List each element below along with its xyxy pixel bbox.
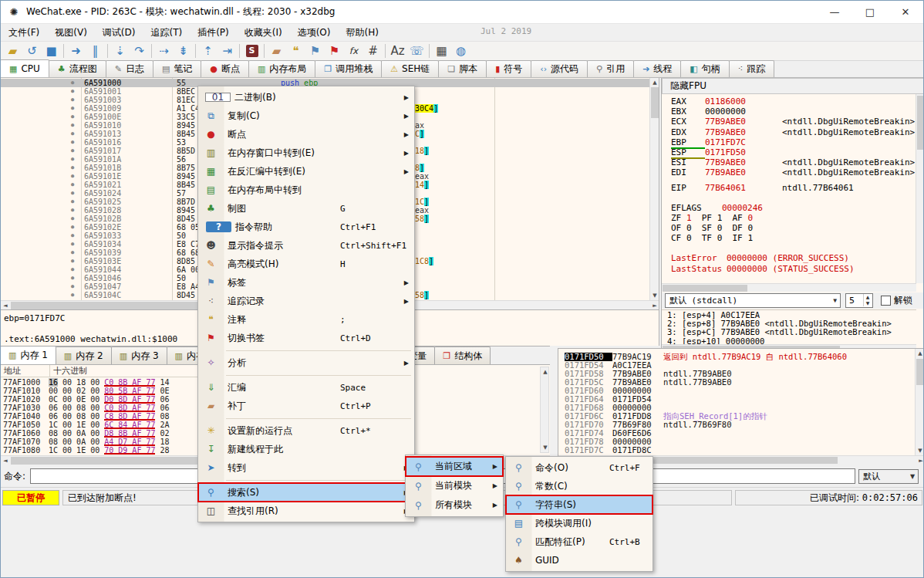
menu-item[interactable]: ⚑ 切换书签 Ctrl+D <box>198 329 414 347</box>
types-icon[interactable]: # <box>363 42 383 59</box>
close-button[interactable]: ✕ <box>888 1 923 23</box>
breakpoint-dot-icon[interactable]: ● <box>71 223 74 232</box>
flags-row[interactable]: CF 0 TF 0 IF 1 <box>671 233 916 243</box>
breakpoint-dot-icon[interactable]: ● <box>71 232 74 240</box>
menu-item[interactable]: ▰ 补丁 Ctrl+P <box>198 397 414 415</box>
breakpoint-dot-icon[interactable]: ● <box>71 189 74 198</box>
lasterror-row[interactable]: LastError00000000 (ERROR_SUCCESS) <box>671 253 916 263</box>
scroll-right-icon[interactable]: ► <box>650 301 659 309</box>
calling-convention-select[interactable]: 默认 (stdcall) ▼ <box>665 293 841 308</box>
menu-item[interactable]: ⚲ 匹配特征(P) Ctrl+B <box>506 532 653 551</box>
menu-item[interactable]: ➤ 转到 ▶ <box>198 458 414 477</box>
breakpoint-dot-icon[interactable]: ● <box>71 215 74 223</box>
view-tab[interactable]: ⚲ 引用 <box>587 60 634 77</box>
open-file-icon[interactable]: ▰ <box>3 42 22 59</box>
dump-row[interactable]: 77AF1060 08 00 0A 00 D8 8B AF 77 02 <box>1 429 170 438</box>
menubar-item[interactable]: 选项(O) <box>290 25 339 41</box>
menu-item[interactable] <box>198 372 414 378</box>
view-tab[interactable]: ● 断点 <box>201 60 249 77</box>
menu-item[interactable]: 01 二进制(B) ▶ <box>198 88 414 106</box>
view-tab[interactable]: ▮ 符号 <box>486 60 531 77</box>
menu-item[interactable]: ⚑ 标签 ▶ <box>198 273 414 292</box>
menu-item[interactable]: ⁖ 追踪记录 ▶ <box>198 292 414 310</box>
call-arguments-list[interactable]: 1: [esp+4] A0C17EEA2: [esp+8] 77B9ABE0 <… <box>662 309 916 344</box>
view-tab[interactable]: ➔ 线程 <box>633 60 681 77</box>
menu-item[interactable]: ⚲ 常数(C) <box>506 477 653 495</box>
view-tab[interactable]: ‹› 源代码 <box>531 60 588 77</box>
bottom-tab[interactable]: ▥ 内存 1 <box>0 346 56 364</box>
functions-icon[interactable]: fx <box>344 42 363 59</box>
menu-item[interactable]: ❝ 注释 ; <box>198 310 414 329</box>
breakpoint-dot-icon[interactable]: ● <box>71 164 74 172</box>
scroll-left-icon[interactable]: ◄ <box>1 456 10 465</box>
flags-row[interactable]: OF 0 SF 0 DF 0 <box>671 223 916 233</box>
dump-row[interactable]: 77AF1080 1C 00 1E 00 70 D9 AF 77 28 <box>1 446 170 455</box>
scroll-down-icon[interactable]: ▼ <box>541 443 550 452</box>
settings-shortcuts-icon[interactable]: S <box>242 42 261 59</box>
register-row[interactable]: EDX77B9ABE0<ntdll.DbgUiRemoteBreakin> <box>671 127 916 137</box>
scroll-left-icon[interactable]: ◄ <box>1 301 10 309</box>
breakpoint-dot-icon[interactable]: ● <box>71 291 74 299</box>
breakpoint-dot-icon[interactable]: ● <box>71 104 74 113</box>
register-row[interactable]: ECX77B9ABE0<ntdll.DbgUiRemoteBreakin> <box>671 117 916 127</box>
run-to-user-code-icon[interactable]: ⇢ <box>154 42 174 59</box>
breakpoint-dot-icon[interactable]: ● <box>71 206 74 215</box>
breakpoint-dot-icon[interactable]: ● <box>71 155 74 164</box>
unlock-checkbox[interactable] <box>881 296 891 306</box>
breakpoint-dot-icon[interactable]: ● <box>71 79 74 87</box>
menu-item[interactable]: ⚲ 当前模块 ▶ <box>406 476 503 495</box>
register-row[interactable]: EDI77B9ABE0<ntdll.DbgUiRemoteBreakin> <box>671 167 916 177</box>
scroll-right-icon[interactable]: ► <box>916 456 924 464</box>
registers-hscrollbar[interactable] <box>662 283 916 292</box>
menu-item[interactable]: ● 断点 ▶ <box>198 125 414 144</box>
breakpoint-dot-icon[interactable]: ● <box>71 248 74 257</box>
menu-item[interactable]: ⚲ 当前区域 ▶ <box>406 457 503 476</box>
disasm-vscrollbar[interactable]: ▲ ▼ <box>649 78 659 300</box>
menu-item[interactable]: ? 指令帮助 Ctrl+F1 <box>198 218 414 236</box>
breakpoint-dot-icon[interactable]: ● <box>71 113 74 121</box>
scroll-down-icon[interactable]: ▼ <box>916 446 924 455</box>
menubar-item[interactable]: 调试(D) <box>95 25 143 41</box>
bookmarks-icon[interactable]: ⚑ <box>325 42 344 59</box>
attach-icon[interactable]: ⇥ <box>218 42 237 59</box>
scroll-up-icon[interactable]: ▲ <box>916 349 924 358</box>
dump-row[interactable]: 77AF1030 06 00 08 00 C0 8D AF 77 06 <box>1 404 170 412</box>
view-tab[interactable]: ✎ 日志 <box>106 60 153 77</box>
view-tab[interactable]: ❐ 调用堆栈 <box>315 60 382 77</box>
breakpoint-dot-icon[interactable]: ● <box>71 172 74 181</box>
menubar-item[interactable]: 帮助(H) <box>338 25 386 41</box>
breakpoint-dot-icon[interactable]: ● <box>71 121 74 130</box>
dump-header-hex[interactable]: 十六进制 <box>50 365 87 377</box>
call-argument[interactable]: 3: [esp+C] 77B9ABE0 <ntdll.DbgUiRemoteBr… <box>667 328 916 336</box>
register-row[interactable]: EBX00000000 <box>671 106 916 117</box>
breakpoint-dot-icon[interactable]: ● <box>71 147 74 155</box>
stack-row[interactable]: 0171FD7C 0171FD8C <box>558 446 924 455</box>
breakpoint-dot-icon[interactable]: ● <box>71 96 74 104</box>
dump-row[interactable]: 77AF1040 06 00 08 00 C8 8D AF 77 08 <box>1 412 170 421</box>
breakpoint-dot-icon[interactable]: ● <box>71 265 74 274</box>
menu-item[interactable]: ☻ 显示指令提示 Ctrl+Shift+F1 <box>198 236 414 255</box>
menu-item[interactable]: ↧ 新建线程于此 <box>198 440 414 458</box>
view-tab[interactable]: ♣ 流程图 <box>49 60 106 77</box>
scroll-up-icon[interactable]: ▲ <box>541 367 550 377</box>
scroll-up-icon[interactable]: ▲ <box>650 78 659 87</box>
menu-item[interactable]: ⚲ 搜索(S) ▶ <box>198 483 414 502</box>
dump-row[interactable]: 77AF1070 08 00 0A 00 A4 D7 AF 77 18 <box>1 438 170 446</box>
minimize-button[interactable]: — <box>817 1 852 23</box>
labels-icon[interactable]: ⚑ <box>305 42 325 59</box>
menubar-item[interactable]: 收藏夹(I) <box>237 25 290 41</box>
breakpoint-dot-icon[interactable]: ● <box>71 138 74 147</box>
breakpoint-dot-icon[interactable]: ● <box>71 274 74 282</box>
menu-item[interactable]: ▥ 在内存窗口中转到(E) ▶ <box>198 144 414 162</box>
step-out-icon[interactable]: ⇡ <box>198 42 218 59</box>
menu-item[interactable]: ♣ 制图 G <box>198 199 414 218</box>
view-tab[interactable]: ◧ 句柄 <box>680 60 729 77</box>
menu-item[interactable]: ⚲ 所有模块 ▶ <box>406 495 503 515</box>
bottom-tab[interactable]: ❒ 结构体 <box>434 346 491 364</box>
dump-row[interactable]: 77AF1000 16 00 18 00 C0 8B AF 77 14 <box>1 378 170 387</box>
menu-item[interactable]: ▤ 在内存布局中转到 <box>198 181 414 199</box>
registers-vscrollbar[interactable] <box>916 94 924 283</box>
menu-item[interactable] <box>198 415 414 421</box>
menu-item[interactable]: ⚲ 字符串(S) <box>506 495 653 514</box>
view-tab[interactable]: ▥ 内存布局 <box>248 60 315 77</box>
